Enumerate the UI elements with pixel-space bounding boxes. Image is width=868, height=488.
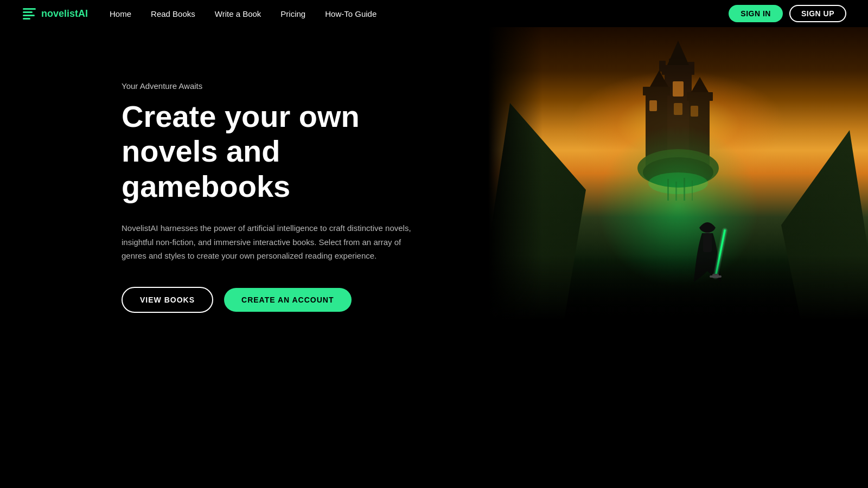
hero-title: Create your own novels and gamebooks (122, 99, 425, 204)
navbar: novelistAI Home Read Books Write a Book … (0, 0, 868, 27)
nav-links: Home Read Books Write a Book Pricing How… (110, 9, 729, 18)
logo-text: novelistAI (41, 8, 88, 20)
svg-rect-6 (659, 61, 666, 72)
svg-rect-20 (691, 106, 698, 117)
logo[interactable]: novelistAI (22, 6, 88, 21)
hero-content: Your Adventure Awaits Create your own no… (122, 60, 425, 313)
view-books-button[interactable]: VIEW BOOKS (122, 287, 213, 313)
svg-rect-12 (643, 87, 670, 95)
nav-pricing[interactable]: Pricing (280, 9, 305, 18)
svg-rect-2 (23, 15, 35, 16)
nav-home[interactable]: Home (110, 9, 131, 18)
svg-rect-19 (649, 100, 657, 111)
hero-section: Your Adventure Awaits Create your own no… (0, 27, 868, 488)
signup-button[interactable]: SIGN UP (789, 5, 846, 22)
signin-button[interactable]: SIGN IN (729, 5, 783, 22)
svg-rect-0 (23, 8, 36, 10)
svg-rect-17 (673, 81, 684, 97)
nav-read-books[interactable]: Read Books (151, 9, 195, 18)
svg-rect-1 (23, 11, 33, 13)
hero-buttons: VIEW BOOKS CREATE AN ACCOUNT (122, 287, 425, 313)
svg-rect-28 (703, 233, 712, 252)
logo-icon (22, 6, 37, 21)
svg-rect-9 (688, 62, 694, 72)
castle-scene (488, 27, 868, 320)
bottom-fade (488, 255, 868, 320)
hero-image (488, 27, 868, 320)
hero-subtitle: Your Adventure Awaits (122, 81, 425, 91)
nav-write-book[interactable]: Write a Book (215, 9, 261, 18)
svg-marker-10 (667, 41, 689, 65)
nav-actions: SIGN IN SIGN UP (729, 5, 846, 22)
svg-rect-15 (687, 92, 713, 101)
nav-how-to[interactable]: How-To Guide (325, 9, 376, 18)
svg-marker-16 (691, 77, 709, 92)
create-account-button[interactable]: CREATE AN ACCOUNT (224, 288, 351, 312)
svg-rect-3 (23, 18, 30, 20)
left-fade (488, 27, 542, 320)
hero-description: NovelistAI harnesses the power of artifi… (122, 221, 420, 263)
svg-rect-18 (674, 103, 682, 115)
